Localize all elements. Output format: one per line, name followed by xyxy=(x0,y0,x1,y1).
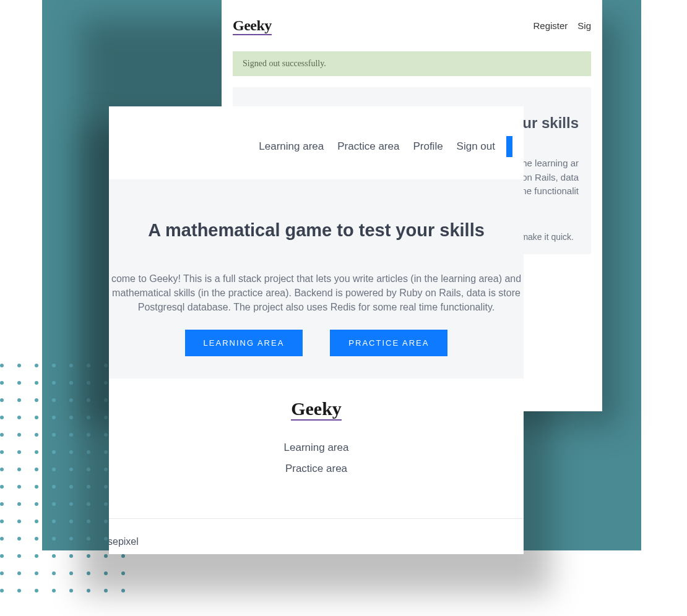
alert-success: Signed out successfully. xyxy=(233,51,591,76)
blue-edge-indicator xyxy=(506,136,512,157)
front-description: come to Geeky! This is a full stack proj… xyxy=(109,272,524,315)
nav-profile[interactable]: Profile xyxy=(413,140,443,153)
back-nav: Register Sig xyxy=(533,20,591,31)
nav-sign-out[interactable]: Sign out xyxy=(457,140,495,153)
practice-area-button[interactable]: PRACTICE AREA xyxy=(330,330,447,356)
front-footer: Geeky Learning area Practice area xyxy=(109,379,524,503)
front-window: Learning area Practice area Profile Sign… xyxy=(109,106,524,554)
front-title: A mathematical game to test your skills xyxy=(109,220,524,241)
back-header: Geeky Register Sig xyxy=(222,0,602,40)
front-nav: Learning area Practice area Profile Sign… xyxy=(109,106,524,179)
footer-link-practice[interactable]: Practice area xyxy=(109,463,524,475)
nav-register[interactable]: Register xyxy=(533,20,568,31)
front-desc-line3: Postgresql database. The project also us… xyxy=(109,300,524,314)
button-row: LEARNING AREA PRACTICE AREA xyxy=(109,330,524,356)
nav-learning-area[interactable]: Learning area xyxy=(259,140,324,153)
nav-signin[interactable]: Sig xyxy=(577,20,591,31)
nav-practice-area[interactable]: Practice area xyxy=(337,140,399,153)
front-hero: A mathematical game to test your skills … xyxy=(109,179,524,379)
logo-back[interactable]: Geeky xyxy=(233,17,272,34)
learning-area-button[interactable]: LEARNING AREA xyxy=(185,330,303,356)
front-desc-line1: come to Geeky! This is a full stack proj… xyxy=(109,272,524,286)
credit-text: sepixel xyxy=(109,519,524,554)
logo-front[interactable]: Geeky xyxy=(291,398,342,419)
front-desc-line2: mathematical skills (in the practice are… xyxy=(109,286,524,300)
footer-link-learning[interactable]: Learning area xyxy=(109,442,524,454)
